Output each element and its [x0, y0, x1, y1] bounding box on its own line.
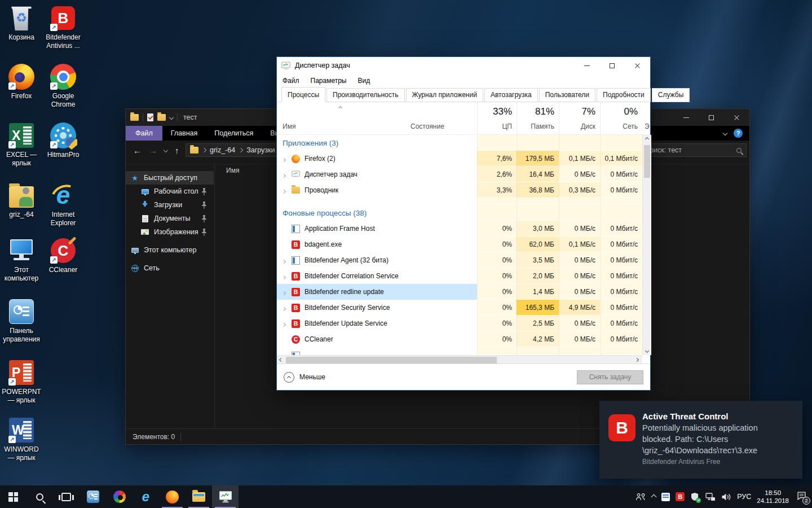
process-row-ccleaner[interactable]: CCCleaner 0% 4,2 МБ 0 МБ/с 0 Мбит/с — [277, 331, 642, 347]
taskbar-firefox-button[interactable] — [159, 485, 186, 508]
process-row-bdagent[interactable]: Bbdagent.exe 0% 62,0 МБ 0,1 МБ/с 0 Мбит/… — [277, 237, 642, 252]
tab-performance[interactable]: Производительность — [326, 88, 404, 102]
taskbar-explorer-button[interactable] — [186, 485, 212, 508]
sidebar-item-downloads[interactable]: Загрузки — [126, 198, 214, 212]
desktop-icon-excel[interactable]: X ↗ EXCEL — ярлык — [0, 122, 43, 168]
process-row-explorer[interactable]: Проводник 3,3% 36,8 МБ 0,3 МБ/с 0 Мбит/с — [277, 182, 642, 198]
scroll-right-icon[interactable] — [635, 358, 639, 362]
desktop-icon-firefox[interactable]: ↗ Firefox — [0, 63, 43, 100]
process-row-afh[interactable]: Application Frame Host 0% 3,0 МБ 0 МБ/с … — [277, 221, 642, 237]
expand-chevron-icon[interactable] — [283, 303, 287, 313]
menu-file[interactable]: Файл — [283, 77, 299, 85]
tab-details[interactable]: Подробности — [597, 88, 651, 102]
tab-services[interactable]: Службы — [652, 88, 690, 102]
ribbon-expand-chevron-icon[interactable] — [723, 131, 727, 135]
ribbon-tab-share[interactable]: Поделиться — [206, 126, 262, 141]
quick-access-toolbar-chevron-icon[interactable] — [169, 115, 174, 120]
sidebar-item-network[interactable]: Сеть — [126, 261, 214, 275]
taskman-close-button[interactable] — [625, 57, 650, 74]
taskman-title-bar[interactable]: Диспетчер задач — [277, 57, 650, 74]
desktop-icon-control-panel[interactable]: Панель управления — [0, 298, 43, 344]
column-header-energy-clipped[interactable]: Э — [645, 122, 650, 130]
group-row-background[interactable]: Фоновые процессы (38) — [277, 205, 642, 221]
up-button[interactable]: ↑ — [175, 146, 179, 155]
tab-startup[interactable]: Автозагрузка — [484, 88, 538, 102]
people-icon[interactable] — [636, 493, 646, 501]
recent-locations-chevron-icon[interactable] — [164, 148, 168, 152]
language-indicator[interactable]: РУС — [737, 493, 751, 501]
sidebar-item-this-pc[interactable]: Этот компьютер — [126, 243, 214, 257]
new-folder-icon[interactable] — [157, 114, 166, 121]
fewer-details-button[interactable]: Меньше — [284, 372, 325, 383]
scroll-left-icon[interactable] — [279, 358, 283, 362]
expand-chevron-icon[interactable] — [283, 255, 287, 265]
taskman-minimize-button[interactable] — [574, 57, 599, 74]
column-header-network[interactable]: 0% Сеть — [600, 102, 642, 134]
desktop-icon-hitmanpro[interactable]: ↗ HitmanPro — [42, 122, 85, 159]
process-row-bd-security[interactable]: BBitdefender Security Service 0% 165,3 М… — [277, 300, 642, 316]
tab-processes[interactable]: Процессы — [281, 87, 325, 102]
search-input[interactable]: Поиск: тест — [639, 143, 747, 157]
desktop-icon-bitdefender[interactable]: B ↗ Bitdefender Antivirus ... — [42, 5, 85, 50]
back-button[interactable]: ← — [133, 146, 142, 155]
taskbar-clock[interactable]: 18:50 24.11.2018 — [757, 489, 789, 505]
volume-icon[interactable] — [721, 493, 731, 501]
search-icon[interactable] — [736, 148, 742, 153]
end-task-button[interactable]: Снять задачу — [577, 370, 643, 384]
desktop-icon-user-folder[interactable]: griz_-64 — [0, 182, 43, 219]
scrollbar-thumb[interactable] — [286, 357, 497, 364]
column-header-name[interactable]: Имя — [226, 167, 239, 174]
breadcrumb-downloads[interactable]: Загрузки — [246, 146, 275, 154]
desktop-icon-chrome[interactable]: ↗ Google Chrome — [42, 63, 85, 109]
column-header-name[interactable]: Имя — [283, 122, 295, 130]
sidebar-item-documents[interactable]: Документы — [126, 212, 214, 225]
properties-icon[interactable] — [147, 113, 153, 121]
ribbon-tab-file[interactable]: Файл — [126, 126, 162, 141]
menu-view[interactable]: Вид — [358, 77, 370, 85]
defender-shield-icon[interactable] — [690, 492, 700, 502]
taskman-maximize-button[interactable] — [599, 57, 625, 74]
taskbar-paint-button[interactable] — [106, 485, 133, 508]
taskbar-task-manager-button[interactable] — [212, 485, 239, 508]
column-header-disk[interactable]: 7% Диск — [559, 102, 600, 134]
desktop-icon-recycle-bin[interactable]: ♻ Корзина — [0, 5, 43, 42]
tray-app-icon[interactable] — [661, 493, 670, 501]
scroll-down-icon[interactable] — [645, 349, 649, 353]
process-row-bd-correlation[interactable]: BBitdefender Correlation Service 0% 2,0 … — [277, 268, 642, 284]
expand-chevron-icon[interactable] — [283, 271, 287, 281]
vertical-scrollbar[interactable] — [642, 135, 651, 355]
taskbar-search-button[interactable] — [27, 485, 53, 508]
help-icon[interactable]: ? — [734, 129, 743, 138]
scroll-up-icon[interactable] — [645, 137, 649, 141]
process-row-bd-redline-selected[interactable]: BBitdefender redline update 0% 1,4 МБ 0 … — [277, 284, 642, 300]
bitdefender-tray-icon[interactable]: B — [676, 492, 685, 501]
network-icon[interactable] — [705, 493, 716, 501]
bitdefender-toast[interactable]: B Active Threat Control Potentially mali… — [599, 401, 802, 479]
start-button[interactable] — [0, 485, 27, 508]
menu-options[interactable]: Параметры — [311, 77, 347, 85]
explorer-close-button[interactable] — [724, 109, 749, 126]
process-row-task-manager[interactable]: Диспетчер задач 2,6% 16,4 МБ 0 МБ/с 0 Мб… — [277, 167, 642, 182]
forward-button[interactable]: → — [149, 146, 157, 155]
explorer-minimize-button[interactable] — [673, 109, 699, 126]
taskbar-ie-button[interactable]: e — [133, 485, 159, 508]
action-center-button[interactable]: 2 — [797, 491, 806, 503]
expand-chevron-icon[interactable] — [283, 154, 287, 164]
process-row-bd-update[interactable]: BBitdefender Update Service 0% 2,5 МБ 0 … — [277, 316, 642, 331]
desktop-icon-internet-explorer[interactable]: e Internet Explorer — [42, 182, 85, 227]
taskbar-control-panel-button[interactable] — [80, 485, 106, 508]
explorer-maximize-button[interactable] — [699, 109, 724, 126]
group-row-apps[interactable]: Приложения (3) — [277, 135, 642, 151]
column-header-memory[interactable]: 81% Память — [517, 102, 559, 134]
scrollbar-thumb[interactable] — [644, 145, 650, 178]
column-header-state[interactable]: Состояние — [411, 122, 444, 130]
task-view-button[interactable] — [53, 485, 80, 508]
process-row-bd-agent[interactable]: Bitdefender Agent (32 бита) 0% 3,5 МБ 0 … — [277, 252, 642, 268]
column-header-cpu[interactable]: 33% ЦП — [477, 102, 517, 134]
sidebar-item-pictures[interactable]: Изображения — [126, 225, 214, 239]
sidebar-item-quick-access[interactable]: ★ Быстрый доступ — [126, 171, 214, 185]
desktop-icon-powerpoint[interactable]: P ↗ POWERPNT — ярлык — [0, 359, 43, 405]
expand-chevron-icon[interactable] — [283, 287, 287, 297]
sidebar-item-desktop[interactable]: Рабочий стол — [126, 185, 214, 198]
desktop-icon-this-pc[interactable]: Этот компьютер — [0, 237, 43, 283]
